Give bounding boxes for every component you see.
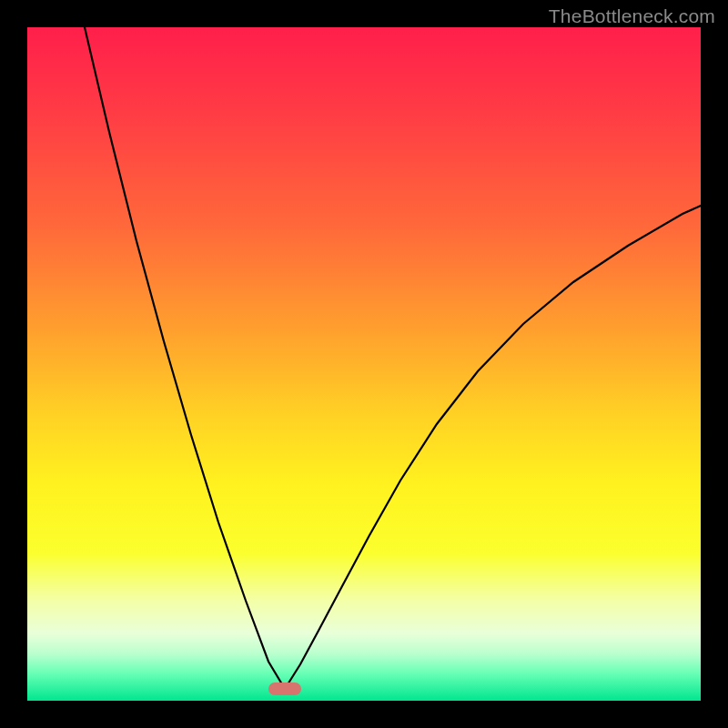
curve-left-branch: [85, 27, 285, 689]
curve-svg: [27, 27, 701, 701]
curve-right-branch: [285, 206, 701, 689]
minimum-marker: [268, 682, 301, 695]
plot-frame: [27, 27, 701, 701]
watermark-text: TheBottleneck.com: [549, 5, 715, 27]
